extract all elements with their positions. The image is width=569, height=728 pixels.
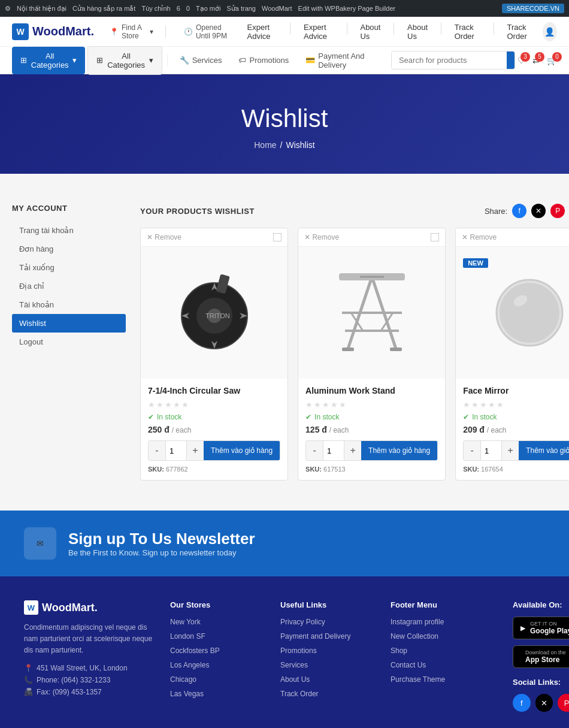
product-0-qty-input[interactable] bbox=[165, 441, 187, 460]
new[interactable]: Tạo mới bbox=[196, 5, 221, 13]
location-icon: 📍 bbox=[24, 664, 33, 672]
sidebar-item-orders[interactable]: Đơn hàng bbox=[12, 240, 126, 258]
google-play-badge[interactable]: ▶ GET IT ON Google Play bbox=[513, 617, 569, 639]
product-0-qty-plus[interactable]: + bbox=[187, 441, 204, 460]
footer-menu-instagram[interactable]: Instagram profile bbox=[391, 617, 498, 626]
footer-menu-contact[interactable]: Contact Us bbox=[391, 660, 498, 669]
newsletter-icon: ✉ bbox=[24, 527, 56, 560]
sidebar-title: MY ACCOUNT bbox=[12, 204, 126, 213]
chevron-down-icon: ▾ bbox=[72, 56, 77, 65]
all-categories-button-1[interactable]: ⊞ All Categories ▾ bbox=[12, 47, 85, 74]
site[interactable]: WoodMart bbox=[262, 5, 292, 12]
footer-link-privacy[interactable]: Privacy Policy bbox=[280, 617, 376, 626]
wishlist-area: YOUR PRODUCTS WISHLIST Share: f ✕ P in ✈… bbox=[140, 204, 569, 481]
footer-stores-title: Our Stores bbox=[170, 600, 266, 609]
product-0-add-button[interactable]: Thêm vào giỏ hàng bbox=[204, 441, 280, 460]
breadcrumb-home[interactable]: Home bbox=[254, 140, 276, 150]
sidebar-item-address[interactable]: Địa chỉ bbox=[12, 277, 126, 295]
find-store[interactable]: 📍 Find A Store ▾ bbox=[110, 23, 153, 40]
product-2-remove-row: ✕ Remove bbox=[456, 228, 569, 247]
header-nav-track-order-1[interactable]: Track Order bbox=[455, 23, 480, 41]
compare-icon-badge[interactable]: ⇄ 5 bbox=[532, 56, 540, 65]
footer-store-cockfosters[interactable]: Cockfosters BP bbox=[170, 645, 266, 655]
social-pinterest-icon[interactable]: P bbox=[558, 694, 569, 712]
footer-store-newyork[interactable]: New York bbox=[170, 617, 266, 626]
notifications[interactable]: 0 bbox=[186, 5, 190, 12]
footer-link-about[interactable]: About Us bbox=[280, 674, 376, 684]
product-2-qty-input[interactable] bbox=[480, 441, 502, 460]
product-1-add-button[interactable]: Thêm vào giỏ hàng bbox=[361, 441, 437, 460]
header-nav-track-order-2[interactable]: Track Order bbox=[507, 23, 533, 41]
product-1-qty-plus[interactable]: + bbox=[344, 441, 361, 460]
sidebar-item-logout[interactable]: Logout bbox=[12, 333, 126, 351]
store-link[interactable]: Cửa hàng sắp ra mắt bbox=[72, 5, 135, 13]
product-0-qty-minus[interactable]: - bbox=[149, 441, 165, 460]
footer-store-lasvegas[interactable]: Las Vegas bbox=[170, 688, 266, 698]
product-0-checkbox[interactable] bbox=[273, 233, 282, 241]
promotions-nav[interactable]: 🏷 Promotions bbox=[231, 52, 296, 68]
wishlist-header: YOUR PRODUCTS WISHLIST Share: f ✕ P in ✈ bbox=[140, 204, 569, 218]
wishlist-count: 3 bbox=[520, 52, 530, 62]
share-bar: Share: f ✕ P in ✈ bbox=[485, 204, 569, 218]
product-1-qty-input[interactable] bbox=[323, 441, 344, 460]
social-twitter-icon[interactable]: ✕ bbox=[535, 694, 553, 712]
footer-store-london[interactable]: London SF bbox=[170, 631, 266, 641]
footer-menu-collection[interactable]: New Collection bbox=[391, 631, 498, 641]
open-until: 🕐 Opened Until 9PM bbox=[184, 23, 238, 40]
product-2-remove-button[interactable]: ✕ Remove bbox=[462, 233, 497, 241]
product-2-qty-minus[interactable]: - bbox=[464, 441, 480, 460]
sidebar-item-wishlist[interactable]: Wishlist bbox=[12, 314, 126, 333]
product-0-remove-button[interactable]: ✕ Remove bbox=[147, 233, 181, 241]
grid-icon-2: ⊞ bbox=[96, 56, 103, 65]
sidebar-item-profile[interactable]: Tài khoản bbox=[12, 295, 126, 314]
comments[interactable]: 6 bbox=[177, 5, 180, 12]
product-1-checkbox[interactable] bbox=[431, 233, 439, 241]
product-1-remove-button[interactable]: ✕ Remove bbox=[304, 233, 339, 241]
divider bbox=[394, 23, 394, 35]
share-facebook-icon[interactable]: f bbox=[512, 204, 526, 218]
payment-nav[interactable]: 💳 Payment And Delivery bbox=[298, 48, 389, 73]
wishlist-icon-badge[interactable]: ♡ 3 bbox=[517, 56, 525, 65]
footer-brand: W WoodMart. Condimentum adipiscing vel n… bbox=[24, 600, 156, 712]
share-twitter-icon[interactable]: ✕ bbox=[531, 204, 546, 218]
header-nav-expert-advice-2[interactable]: Expert Advice bbox=[304, 23, 334, 41]
product-2-qty-plus[interactable]: + bbox=[502, 441, 519, 460]
search-button[interactable]: 🔍 bbox=[507, 52, 515, 69]
footer-store-chicago[interactable]: Chicago bbox=[170, 674, 266, 684]
social-facebook-icon[interactable]: f bbox=[513, 694, 531, 712]
footer-menu-shop[interactable]: Shop bbox=[391, 645, 498, 655]
customize[interactable]: Tùy chỉnh bbox=[141, 5, 170, 13]
header-nav-about-us-1[interactable]: About Us bbox=[360, 23, 380, 41]
user-icon[interactable]: 👤 bbox=[543, 22, 557, 41]
cart-icon-badge[interactable]: 🛒 0 bbox=[547, 56, 557, 65]
edit-page[interactable]: Edit with WPBakery Page Builder bbox=[298, 5, 396, 12]
footer-link-track[interactable]: Track Order bbox=[280, 688, 376, 698]
divider bbox=[494, 23, 494, 35]
share-pinterest-icon[interactable]: P bbox=[550, 204, 565, 218]
product-2-price-row: 209 đ / each bbox=[463, 425, 569, 434]
header-nav-about-us-2[interactable]: About Us bbox=[407, 23, 428, 41]
wp-icon[interactable]: ⚙ bbox=[5, 5, 11, 13]
app-store-badge[interactable]: Download on the App Store bbox=[513, 645, 569, 668]
footer-logo-icon: W bbox=[24, 600, 38, 615]
header-nav-expert-advice-1[interactable]: Expert Advice bbox=[247, 23, 277, 41]
phone-icon: 📞 bbox=[24, 676, 33, 684]
footer-link-services[interactable]: Services bbox=[280, 660, 376, 669]
sidebar-item-account[interactable]: Trang tài khoản bbox=[12, 221, 126, 240]
map-icon: 📍 bbox=[110, 28, 119, 36]
site-name[interactable]: Nội thất hiện đại bbox=[17, 5, 66, 13]
logo-icon: W bbox=[12, 23, 29, 40]
logo[interactable]: W WoodMart. bbox=[12, 23, 94, 40]
search-input[interactable] bbox=[392, 52, 507, 68]
footer-menu-purchase[interactable]: Purchase Theme bbox=[391, 674, 498, 684]
footer-link-promotions[interactable]: Promotions bbox=[280, 645, 376, 655]
divider bbox=[290, 23, 290, 35]
product-2-add-button[interactable]: Thêm vào giỏ hàng bbox=[519, 441, 569, 460]
sidebar-item-downloads[interactable]: Tải xuống bbox=[12, 258, 126, 277]
services-nav[interactable]: 🔧 Services bbox=[172, 52, 229, 68]
all-categories-button-2[interactable]: ⊞ All Categories ▾ bbox=[87, 46, 162, 75]
edit[interactable]: Sửa trang bbox=[226, 5, 256, 13]
footer-link-payment[interactable]: Payment and Delivery bbox=[280, 631, 376, 641]
product-1-qty-minus[interactable]: - bbox=[306, 441, 323, 460]
footer-store-losangeles[interactable]: Los Angeles bbox=[170, 660, 266, 669]
